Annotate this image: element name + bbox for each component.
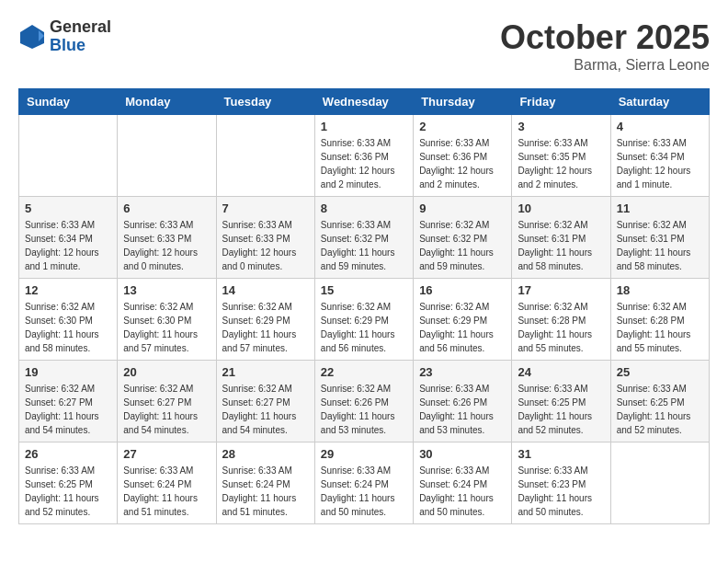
calendar-cell: 16Sunrise: 6:32 AM Sunset: 6:29 PM Dayli… — [414, 279, 512, 361]
day-number: 14 — [222, 283, 309, 297]
day-info: Sunrise: 6:33 AM Sunset: 6:36 PM Dayligh… — [321, 136, 407, 191]
day-number: 3 — [518, 120, 604, 133]
day-number: 7 — [222, 201, 309, 215]
calendar-cell: 11Sunrise: 6:32 AM Sunset: 6:31 PM Dayli… — [610, 197, 709, 279]
calendar-cell: 28Sunrise: 6:33 AM Sunset: 6:24 PM Dayli… — [216, 442, 314, 524]
calendar-cell: 22Sunrise: 6:32 AM Sunset: 6:26 PM Dayli… — [314, 361, 413, 442]
calendar-week-3: 12Sunrise: 6:32 AM Sunset: 6:30 PM Dayli… — [19, 279, 710, 361]
day-info: Sunrise: 6:32 AM Sunset: 6:29 PM Dayligh… — [222, 300, 309, 355]
day-info: Sunrise: 6:33 AM Sunset: 6:24 PM Dayligh… — [123, 464, 210, 519]
calendar-cell: 8Sunrise: 6:33 AM Sunset: 6:32 PM Daylig… — [314, 197, 413, 279]
day-info: Sunrise: 6:32 AM Sunset: 6:32 PM Dayligh… — [419, 218, 506, 273]
day-number: 2 — [419, 120, 506, 133]
day-info: Sunrise: 6:32 AM Sunset: 6:29 PM Dayligh… — [419, 300, 506, 355]
month-title: October 2025 — [500, 18, 710, 57]
calendar-cell — [19, 115, 118, 197]
location: Barma, Sierra Leone — [500, 57, 710, 74]
day-info: Sunrise: 6:33 AM Sunset: 6:24 PM Dayligh… — [321, 464, 407, 519]
col-wednesday: Wednesday — [314, 89, 413, 115]
calendar-cell: 3Sunrise: 6:33 AM Sunset: 6:35 PM Daylig… — [512, 115, 610, 197]
calendar-cell: 24Sunrise: 6:33 AM Sunset: 6:25 PM Dayli… — [512, 361, 610, 442]
calendar-cell: 29Sunrise: 6:33 AM Sunset: 6:24 PM Dayli… — [314, 442, 413, 524]
calendar-cell: 1Sunrise: 6:33 AM Sunset: 6:36 PM Daylig… — [314, 115, 413, 197]
calendar-cell: 25Sunrise: 6:33 AM Sunset: 6:25 PM Dayli… — [610, 361, 709, 442]
day-info: Sunrise: 6:33 AM Sunset: 6:35 PM Dayligh… — [518, 136, 604, 191]
calendar-cell: 6Sunrise: 6:33 AM Sunset: 6:33 PM Daylig… — [118, 197, 216, 279]
day-number: 28 — [222, 447, 309, 461]
day-number: 8 — [321, 201, 407, 215]
calendar-cell — [118, 115, 216, 197]
day-number: 12 — [25, 283, 111, 297]
col-saturday: Saturday — [610, 89, 709, 115]
day-number: 22 — [321, 365, 407, 379]
day-number: 21 — [222, 365, 309, 379]
day-info: Sunrise: 6:33 AM Sunset: 6:25 PM Dayligh… — [25, 464, 111, 519]
calendar-cell: 15Sunrise: 6:32 AM Sunset: 6:29 PM Dayli… — [314, 279, 413, 361]
day-number: 25 — [617, 365, 703, 379]
calendar-cell: 26Sunrise: 6:33 AM Sunset: 6:25 PM Dayli… — [19, 442, 118, 524]
calendar-cell: 14Sunrise: 6:32 AM Sunset: 6:29 PM Dayli… — [216, 279, 314, 361]
day-info: Sunrise: 6:32 AM Sunset: 6:30 PM Dayligh… — [123, 300, 210, 355]
day-info: Sunrise: 6:33 AM Sunset: 6:33 PM Dayligh… — [123, 218, 210, 273]
day-number: 15 — [321, 283, 407, 297]
page-header: General Blue October 2025 Barma, Sierra … — [18, 18, 710, 74]
calendar-cell: 23Sunrise: 6:33 AM Sunset: 6:26 PM Dayli… — [414, 361, 512, 442]
day-number: 20 — [123, 365, 210, 379]
logo: General Blue — [18, 18, 111, 55]
day-info: Sunrise: 6:33 AM Sunset: 6:33 PM Dayligh… — [222, 218, 309, 273]
col-sunday: Sunday — [19, 89, 118, 115]
calendar-cell: 20Sunrise: 6:32 AM Sunset: 6:27 PM Dayli… — [118, 361, 216, 442]
day-info: Sunrise: 6:33 AM Sunset: 6:34 PM Dayligh… — [617, 136, 703, 191]
logo-blue: Blue — [50, 37, 111, 55]
day-number: 29 — [321, 447, 407, 461]
col-thursday: Thursday — [414, 89, 512, 115]
calendar-cell: 31Sunrise: 6:33 AM Sunset: 6:23 PM Dayli… — [512, 442, 610, 524]
col-tuesday: Tuesday — [216, 89, 314, 115]
day-number: 9 — [419, 201, 506, 215]
day-info: Sunrise: 6:32 AM Sunset: 6:27 PM Dayligh… — [222, 382, 309, 437]
calendar-cell: 30Sunrise: 6:33 AM Sunset: 6:24 PM Dayli… — [414, 442, 512, 524]
day-number: 23 — [419, 365, 506, 379]
day-info: Sunrise: 6:32 AM Sunset: 6:27 PM Dayligh… — [123, 382, 210, 437]
day-info: Sunrise: 6:32 AM Sunset: 6:31 PM Dayligh… — [518, 218, 604, 273]
day-number: 16 — [419, 283, 506, 297]
calendar-cell — [610, 442, 709, 524]
calendar-cell: 5Sunrise: 6:33 AM Sunset: 6:34 PM Daylig… — [19, 197, 118, 279]
calendar-cell: 7Sunrise: 6:33 AM Sunset: 6:33 PM Daylig… — [216, 197, 314, 279]
day-number: 5 — [25, 201, 111, 215]
day-number: 1 — [321, 120, 407, 133]
weekday-row: Sunday Monday Tuesday Wednesday Thursday… — [19, 89, 710, 115]
day-number: 26 — [25, 447, 111, 461]
calendar-cell: 19Sunrise: 6:32 AM Sunset: 6:27 PM Dayli… — [19, 361, 118, 442]
day-number: 31 — [518, 447, 604, 461]
day-info: Sunrise: 6:32 AM Sunset: 6:31 PM Dayligh… — [617, 218, 703, 273]
calendar-cell — [216, 115, 314, 197]
calendar-header: Sunday Monday Tuesday Wednesday Thursday… — [19, 89, 710, 115]
calendar-cell: 17Sunrise: 6:32 AM Sunset: 6:28 PM Dayli… — [512, 279, 610, 361]
day-info: Sunrise: 6:33 AM Sunset: 6:26 PM Dayligh… — [419, 382, 506, 437]
day-info: Sunrise: 6:33 AM Sunset: 6:34 PM Dayligh… — [25, 218, 111, 273]
day-info: Sunrise: 6:33 AM Sunset: 6:24 PM Dayligh… — [222, 464, 309, 519]
calendar-table: Sunday Monday Tuesday Wednesday Thursday… — [18, 88, 710, 524]
day-info: Sunrise: 6:32 AM Sunset: 6:28 PM Dayligh… — [617, 300, 703, 355]
calendar-cell: 2Sunrise: 6:33 AM Sunset: 6:36 PM Daylig… — [414, 115, 512, 197]
day-info: Sunrise: 6:32 AM Sunset: 6:29 PM Dayligh… — [321, 300, 407, 355]
calendar-week-5: 26Sunrise: 6:33 AM Sunset: 6:25 PM Dayli… — [19, 442, 710, 524]
day-number: 11 — [617, 201, 703, 215]
day-info: Sunrise: 6:32 AM Sunset: 6:27 PM Dayligh… — [25, 382, 111, 437]
calendar-cell: 18Sunrise: 6:32 AM Sunset: 6:28 PM Dayli… — [610, 279, 709, 361]
day-info: Sunrise: 6:32 AM Sunset: 6:26 PM Dayligh… — [321, 382, 407, 437]
day-number: 13 — [123, 283, 210, 297]
calendar-body: 1Sunrise: 6:33 AM Sunset: 6:36 PM Daylig… — [19, 115, 710, 524]
day-info: Sunrise: 6:33 AM Sunset: 6:24 PM Dayligh… — [419, 464, 506, 519]
day-number: 4 — [617, 120, 703, 133]
day-number: 18 — [617, 283, 703, 297]
calendar-week-1: 1Sunrise: 6:33 AM Sunset: 6:36 PM Daylig… — [19, 115, 710, 197]
calendar-cell: 21Sunrise: 6:32 AM Sunset: 6:27 PM Dayli… — [216, 361, 314, 442]
day-info: Sunrise: 6:32 AM Sunset: 6:28 PM Dayligh… — [518, 300, 604, 355]
day-number: 17 — [518, 283, 604, 297]
col-monday: Monday — [118, 89, 216, 115]
calendar-week-4: 19Sunrise: 6:32 AM Sunset: 6:27 PM Dayli… — [19, 361, 710, 442]
calendar-cell: 12Sunrise: 6:32 AM Sunset: 6:30 PM Dayli… — [19, 279, 118, 361]
calendar-cell: 13Sunrise: 6:32 AM Sunset: 6:30 PM Dayli… — [118, 279, 216, 361]
